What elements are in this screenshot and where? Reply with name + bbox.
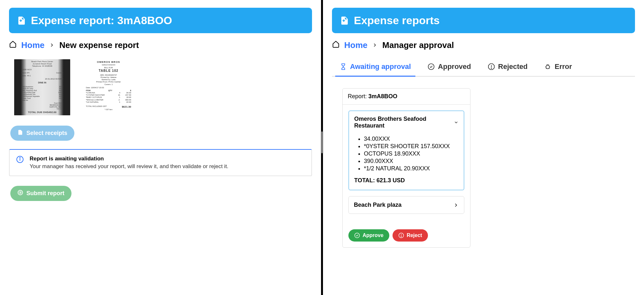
divider-handle[interactable]	[321, 131, 323, 153]
file-icon	[17, 129, 23, 137]
merchant-total: TOTAL: 621.3 USD	[354, 177, 459, 184]
approve-button[interactable]: Approve	[348, 229, 389, 242]
tab-awaiting[interactable]: Awaiting approval	[339, 59, 412, 76]
tab-approved[interactable]: Approved	[427, 59, 472, 76]
svg-point-12	[401, 236, 402, 237]
svg-point-9	[355, 233, 360, 238]
breadcrumb: Home Manager approval	[332, 40, 635, 50]
line-item: OCTOPUS 18.90XXX	[364, 150, 459, 157]
banner-title: Expense report: 3mA8BOO	[31, 14, 172, 27]
line-item: 390.00XXX	[364, 158, 459, 165]
line-items-list: 34.00XXX*0YSTER SHOOTER 157.50XXXOCTOPUS…	[364, 136, 459, 172]
line-item: 34.00XXX	[364, 136, 459, 142]
breadcrumb-current: New expense report	[59, 40, 139, 50]
merchant-expanded: Omeros Brothers Seafood Restaurant 34.00…	[348, 110, 464, 190]
breadcrumb-current: Manager approval	[382, 40, 454, 50]
chevron-right-icon	[372, 40, 378, 50]
alert-octagon-icon	[488, 63, 495, 70]
home-icon	[332, 40, 340, 50]
check-badge-icon	[428, 63, 435, 70]
breadcrumb: Home New expense report	[9, 40, 312, 50]
tabs: Awaiting approval Approved Rejected Erro…	[332, 59, 635, 77]
bug-icon	[544, 63, 551, 70]
merchant-collapsed[interactable]: Beach Park plaza	[348, 196, 464, 214]
chevron-right-icon	[453, 202, 459, 208]
receipt-thumbnail[interactable]: Beach Park Plaza Center Jumeirah Beach R…	[14, 59, 71, 116]
breadcrumb-home-link[interactable]: Home	[344, 40, 367, 50]
banner-title: Expense reports	[354, 14, 440, 27]
manager-pane: Expense reports Home Manager approval Aw…	[323, 0, 644, 295]
svg-point-2	[20, 157, 20, 158]
file-plus-icon	[17, 16, 26, 25]
select-receipts-button[interactable]: Select receipts	[10, 126, 74, 141]
check-circle-icon	[354, 233, 360, 238]
info-body: Your manager has received your report, w…	[30, 163, 228, 170]
reject-button[interactable]: Reject	[393, 229, 428, 242]
svg-point-3	[18, 190, 23, 195]
tab-rejected[interactable]: Rejected	[487, 59, 528, 76]
chevron-right-icon	[49, 40, 55, 50]
svg-point-7	[491, 68, 492, 69]
receipt-b-items: *CORONA434.00*OYSTER SHOOTER21157.50*BAB…	[86, 92, 131, 103]
tab-error[interactable]: Error	[544, 59, 573, 76]
receipt-thumbnail[interactable]: OMEROS BROS seafood restaurant BILL FOR …	[80, 59, 137, 116]
file-plus-icon	[340, 16, 349, 25]
banner-right: Expense reports	[332, 8, 635, 33]
home-icon	[9, 40, 17, 50]
line-item: *1/2 NATURAL 20.90XXX	[364, 165, 459, 172]
info-title: Report is awaiting validation	[30, 156, 228, 162]
receipt-thumbnails: Beach Park Plaza Center Jumeirah Beach R…	[14, 59, 312, 116]
info-box: Report is awaiting validation Your manag…	[9, 149, 312, 176]
report-card-header: Report: 3mA8BOO	[343, 89, 470, 105]
breadcrumb-home-link[interactable]: Home	[21, 40, 44, 50]
employee-pane: Expense report: 3mA8BOO Home New expense…	[0, 0, 321, 295]
chevron-down-icon	[454, 120, 459, 125]
svg-point-4	[428, 64, 434, 70]
banner-left: Expense report: 3mA8BOO	[9, 8, 312, 33]
alert-circle-icon	[398, 233, 404, 238]
submit-report-button[interactable]: Submit report	[10, 186, 71, 201]
report-card: Report: 3mA8BOO Omeros Brothers Seafood …	[342, 88, 470, 248]
hourglass-icon	[340, 63, 347, 70]
receipt-a-items: 1 A01Vegetarian30.001 A02Crab Julep35.00…	[21, 86, 63, 101]
info-icon	[16, 156, 24, 165]
arrow-right-circle-icon	[17, 190, 23, 197]
merchant-toggle[interactable]: Omeros Brothers Seafood Restaurant	[354, 116, 459, 129]
line-item: *0YSTER SHOOTER 157.50XXX	[364, 143, 459, 150]
